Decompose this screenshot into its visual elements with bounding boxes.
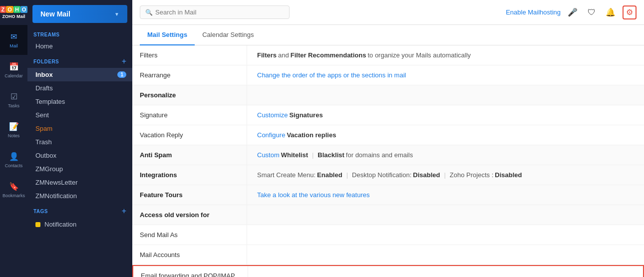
nav-bookmarks[interactable]: 🔖 Bookmarks <box>0 175 27 205</box>
email-forwarding-label[interactable]: Email forwarding and POP/IMAP <box>133 266 248 277</box>
vacation-reply-value: Configure Vacation replies <box>247 125 644 145</box>
settings-gear-icon[interactable]: ⚙ <box>623 5 637 19</box>
desktop-notif-disabled: Disabled <box>413 171 440 179</box>
notification-tag-dot <box>35 222 40 227</box>
access-old-section-value <box>247 205 644 225</box>
logo-mail-label: ZOHO Mail <box>2 14 25 19</box>
feature-tours-section-title: Feature Tours <box>132 185 247 205</box>
sidebar-item-zmnewsletter[interactable]: ZMNewsLetter <box>27 176 132 189</box>
tab-calendar-settings[interactable]: Calendar Settings <box>195 25 261 45</box>
folders-section-header: FOLDERS <box>33 59 59 64</box>
streams-section-header: STREAMS <box>27 28 132 39</box>
nav-mail[interactable]: ✉ Mail <box>0 25 27 55</box>
integrations-pipe2: | <box>444 171 445 179</box>
feature-tours-link[interactable]: Take a look at the various new features <box>257 191 369 199</box>
tasks-icon: ☑ <box>9 92 19 102</box>
filters-text-bold: Filters <box>257 51 277 59</box>
notification-tag-label: Notification <box>44 221 76 228</box>
mail-icon: ✉ <box>9 32 19 42</box>
add-folder-button[interactable]: + <box>122 57 126 66</box>
nav-tasks[interactable]: ☑ Tasks <box>0 85 27 115</box>
drafts-label: Drafts <box>35 84 53 92</box>
signature-value: Customize Signatures <box>247 105 644 125</box>
filters-desc: to organize your Mails automatically <box>367 51 471 59</box>
notes-icon: 📝 <box>9 122 19 132</box>
nav-tasks-label: Tasks <box>8 103 19 108</box>
whitelist-text: Whitelist <box>281 151 308 159</box>
vacation-configure-link[interactable]: Configure <box>257 131 285 139</box>
inbox-badge: 1 <box>117 71 126 78</box>
rearrange-value: Change the order of the apps or the sect… <box>247 65 644 85</box>
search-input[interactable] <box>155 8 284 16</box>
settings-section-access-old: Access old version for <box>132 205 644 225</box>
settings-row-signature: Signature Customize Signatures <box>132 105 644 125</box>
new-mail-label: New Mail <box>40 10 70 18</box>
vacation-reply-label[interactable]: Vacation Reply <box>132 125 247 145</box>
personalize-section-title: Personalize <box>132 85 247 105</box>
outbox-label: Outbox <box>35 152 56 159</box>
sidebar-item-trash[interactable]: Trash <box>27 135 132 149</box>
templates-label: Templates <box>35 98 65 105</box>
antispam-desc: for domains and emails <box>346 151 413 159</box>
search-icon: 🔍 <box>145 9 153 16</box>
folder-sidebar: New Mail ▼ STREAMS Home FOLDERS + Inbox … <box>27 0 132 277</box>
inbox-label: Inbox <box>35 71 53 78</box>
filters-value: Filters and Filter Recommendations to or… <box>247 45 644 65</box>
sidebar-item-home[interactable]: Home <box>27 39 132 53</box>
nav-contacts-label: Contacts <box>5 163 23 168</box>
icon-nav: Z O H O ZOHO Mail ✉ Mail 📅 Calendar ☑ Ta… <box>0 0 27 277</box>
sidebar-item-spam[interactable]: Spam <box>27 122 132 135</box>
settings-section-antispam: Anti Spam Custom Whitelist | Blacklist f… <box>132 145 644 165</box>
bookmarks-icon: 🔖 <box>9 182 19 192</box>
sidebar-item-zmnotification[interactable]: ZMNotification <box>27 189 132 203</box>
rearrange-label[interactable]: Rearrange <box>132 65 247 85</box>
nav-notes-label: Notes <box>8 133 20 138</box>
tab-mail-settings[interactable]: Mail Settings <box>140 25 195 45</box>
vpn-icon[interactable]: 🛡 <box>585 5 599 19</box>
sidebar-item-notification-tag[interactable]: Notification <box>27 218 132 231</box>
antispam-custom-link[interactable]: Custom <box>257 151 280 159</box>
tags-section-header: TAGS <box>33 209 48 214</box>
sidebar-item-zmgroup[interactable]: ZMGroup <box>27 162 132 176</box>
main-content: 🔍 Enable Mailhosting 🎤 🛡 🔔 ⚙ Mail Settin… <box>132 0 644 277</box>
send-mail-as-label[interactable]: Send Mail As <box>132 225 247 245</box>
nav-calendar-label: Calendar <box>4 73 23 78</box>
antispam-section-value: Custom Whitelist | Blacklist for domains… <box>247 145 644 165</box>
chevron-down-icon: ▼ <box>114 11 119 17</box>
settings-section-personalize: Personalize <box>132 85 644 105</box>
signature-customize-link[interactable]: Customize <box>257 111 288 119</box>
settings-row-vacation-reply: Vacation Reply Configure Vacation replie… <box>132 125 644 145</box>
settings-row-filters: Filters Filters and Filter Recommendatio… <box>132 45 644 65</box>
personalize-section-value <box>247 85 644 105</box>
sidebar-item-outbox[interactable]: Outbox <box>27 149 132 162</box>
nav-notes[interactable]: 📝 Notes <box>0 115 27 145</box>
settings-row-mail-accounts: Mail Accounts <box>132 245 644 265</box>
settings-row-rearrange: Rearrange Change the order of the apps o… <box>132 65 644 85</box>
sidebar-item-sent[interactable]: Sent <box>27 108 132 122</box>
mail-accounts-value <box>247 245 644 265</box>
nav-calendar[interactable]: 📅 Calendar <box>0 55 27 85</box>
sidebar-item-drafts[interactable]: Drafts <box>27 81 132 95</box>
smart-create-text: Smart Create Menu: <box>257 171 316 179</box>
filters-label[interactable]: Filters <box>132 45 247 65</box>
search-box[interactable]: 🔍 <box>140 5 290 19</box>
add-tag-button[interactable]: + <box>122 207 126 216</box>
enable-mailhosting-link[interactable]: Enable Mailhosting <box>506 8 561 16</box>
filter-recommendations-text: Filter Recommendations <box>291 51 366 59</box>
vacation-replies-text: Vacation replies <box>287 131 336 139</box>
microphone-icon[interactable]: 🎤 <box>566 5 580 19</box>
rearrange-link[interactable]: Change the order of the apps or the sect… <box>257 71 406 79</box>
topbar-right: Enable Mailhosting 🎤 🛡 🔔 ⚙ <box>506 5 637 19</box>
sidebar-item-templates[interactable]: Templates <box>27 95 132 108</box>
mail-accounts-label[interactable]: Mail Accounts <box>132 245 247 265</box>
smart-create-enabled: Enabled <box>317 171 342 179</box>
signature-label[interactable]: Signature <box>132 105 247 125</box>
nav-contacts[interactable]: 👤 Contacts <box>0 145 27 175</box>
settings-section-integrations: Integrations Smart Create Menu: Enabled … <box>132 165 644 185</box>
settings-row-email-forwarding: Email forwarding and POP/IMAP <box>132 265 644 277</box>
contacts-icon: 👤 <box>9 152 19 162</box>
sidebar-item-inbox[interactable]: Inbox 1 <box>27 68 132 81</box>
notifications-icon[interactable]: 🔔 <box>604 5 618 19</box>
zoho-projects-disabled: Disabled <box>495 171 522 179</box>
new-mail-button[interactable]: New Mail ▼ <box>32 5 127 23</box>
